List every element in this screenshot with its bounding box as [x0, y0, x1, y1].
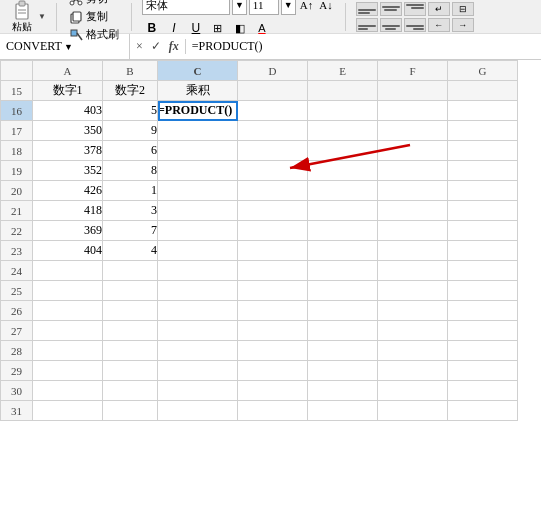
- font-increase-btn[interactable]: A↑: [298, 0, 315, 11]
- cell-b-27[interactable]: [103, 321, 158, 341]
- paste-button[interactable]: 粘贴: [8, 0, 36, 35]
- cell-b-29[interactable]: [103, 361, 158, 381]
- cell-c-18[interactable]: [158, 141, 238, 161]
- cell-b-23[interactable]: 4: [103, 241, 158, 261]
- cell-e-22[interactable]: [308, 221, 378, 241]
- cell-a-27[interactable]: [33, 321, 103, 341]
- align-top-left-btn[interactable]: [356, 2, 378, 16]
- cell-g-21[interactable]: [448, 201, 518, 221]
- name-box-dropdown[interactable]: ▼: [64, 42, 73, 52]
- cell-g-24[interactable]: [448, 261, 518, 281]
- cell-a-17[interactable]: 350: [33, 121, 103, 141]
- font-size-dropdown[interactable]: ▼: [281, 0, 296, 15]
- cell-d-19[interactable]: [238, 161, 308, 181]
- cell-f-25[interactable]: [378, 281, 448, 301]
- cell-c-24[interactable]: [158, 261, 238, 281]
- fx-button[interactable]: fx: [167, 39, 181, 54]
- cell-d-31[interactable]: [238, 401, 308, 421]
- cell-e-23[interactable]: [308, 241, 378, 261]
- cell-c-25[interactable]: [158, 281, 238, 301]
- cell-e-30[interactable]: [308, 381, 378, 401]
- wrap-text-btn[interactable]: ↵: [428, 2, 450, 16]
- cell-c-22[interactable]: [158, 221, 238, 241]
- cell-g-25[interactable]: [448, 281, 518, 301]
- cell-g-29[interactable]: [448, 361, 518, 381]
- cell-f-30[interactable]: [378, 381, 448, 401]
- font-decrease-btn[interactable]: A↓: [317, 0, 334, 11]
- cell-b-19[interactable]: 8: [103, 161, 158, 181]
- cell-b-17[interactable]: 9: [103, 121, 158, 141]
- cell-a-23[interactable]: 404: [33, 241, 103, 261]
- cell-d-26[interactable]: [238, 301, 308, 321]
- cell-c-31[interactable]: [158, 401, 238, 421]
- cell-c-17[interactable]: [158, 121, 238, 141]
- cell-d-23[interactable]: [238, 241, 308, 261]
- cell-f-21[interactable]: [378, 201, 448, 221]
- col-header-a[interactable]: A: [33, 61, 103, 81]
- cell-f-27[interactable]: [378, 321, 448, 341]
- cell-g-18[interactable]: [448, 141, 518, 161]
- cell-b-21[interactable]: 3: [103, 201, 158, 221]
- italic-button[interactable]: I: [164, 18, 184, 38]
- cell-e-15[interactable]: [308, 81, 378, 101]
- cell-b-28[interactable]: [103, 341, 158, 361]
- col-header-c[interactable]: C: [158, 61, 238, 81]
- cell-c-27[interactable]: [158, 321, 238, 341]
- cell-g-28[interactable]: [448, 341, 518, 361]
- align-top-right-btn[interactable]: [404, 2, 426, 16]
- cell-b-25[interactable]: [103, 281, 158, 301]
- cell-a-26[interactable]: [33, 301, 103, 321]
- cell-f-19[interactable]: [378, 161, 448, 181]
- col-header-g[interactable]: G: [448, 61, 518, 81]
- formula-input[interactable]: [186, 34, 541, 59]
- col-header-e[interactable]: E: [308, 61, 378, 81]
- cancel-button[interactable]: ×: [134, 39, 145, 54]
- cell-d-29[interactable]: [238, 361, 308, 381]
- cell-f-18[interactable]: [378, 141, 448, 161]
- indent-increase-btn[interactable]: →: [452, 18, 474, 32]
- cell-g-15[interactable]: [448, 81, 518, 101]
- cell-f-29[interactable]: [378, 361, 448, 381]
- col-header-b[interactable]: B: [103, 61, 158, 81]
- cell-c-19[interactable]: [158, 161, 238, 181]
- name-box[interactable]: CONVERT ▼: [0, 34, 130, 59]
- cell-e-29[interactable]: [308, 361, 378, 381]
- cell-e-31[interactable]: [308, 401, 378, 421]
- cell-g-20[interactable]: [448, 181, 518, 201]
- cell-f-26[interactable]: [378, 301, 448, 321]
- font-name-dropdown[interactable]: ▼: [232, 0, 247, 15]
- cell-c-28[interactable]: [158, 341, 238, 361]
- font-size-input[interactable]: [249, 0, 279, 15]
- cell-c-16[interactable]: =PRODUCT(): [158, 101, 238, 121]
- align-bottom-right-btn[interactable]: [404, 18, 426, 32]
- cell-b-20[interactable]: 1: [103, 181, 158, 201]
- cell-e-26[interactable]: [308, 301, 378, 321]
- cell-b-15[interactable]: 数字2: [103, 81, 158, 101]
- cell-b-26[interactable]: [103, 301, 158, 321]
- cell-f-16[interactable]: [378, 101, 448, 121]
- cell-f-22[interactable]: [378, 221, 448, 241]
- cell-e-19[interactable]: [308, 161, 378, 181]
- cell-c-15[interactable]: 乘积: [158, 81, 238, 101]
- cell-a-18[interactable]: 378: [33, 141, 103, 161]
- cell-g-22[interactable]: [448, 221, 518, 241]
- cell-d-24[interactable]: [238, 261, 308, 281]
- cell-e-28[interactable]: [308, 341, 378, 361]
- cell-e-20[interactable]: [308, 181, 378, 201]
- cell-a-28[interactable]: [33, 341, 103, 361]
- align-top-center-btn[interactable]: [380, 2, 402, 16]
- cell-g-26[interactable]: [448, 301, 518, 321]
- cell-e-21[interactable]: [308, 201, 378, 221]
- cell-f-28[interactable]: [378, 341, 448, 361]
- cell-a-31[interactable]: [33, 401, 103, 421]
- cell-d-28[interactable]: [238, 341, 308, 361]
- cell-g-17[interactable]: [448, 121, 518, 141]
- cell-b-24[interactable]: [103, 261, 158, 281]
- cell-d-15[interactable]: [238, 81, 308, 101]
- cell-g-16[interactable]: [448, 101, 518, 121]
- cell-g-23[interactable]: [448, 241, 518, 261]
- cell-c-21[interactable]: [158, 201, 238, 221]
- cell-a-20[interactable]: 426: [33, 181, 103, 201]
- cell-d-27[interactable]: [238, 321, 308, 341]
- cell-a-24[interactable]: [33, 261, 103, 281]
